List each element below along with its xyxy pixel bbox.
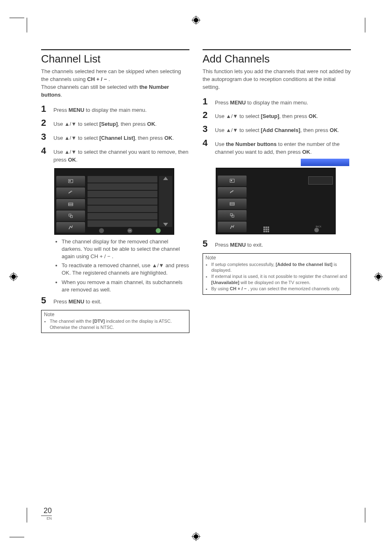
setup-tab-icon bbox=[218, 210, 247, 221]
registration-mark-icon bbox=[191, 16, 201, 26]
tv-screenshot-channel-list: OK bbox=[54, 168, 174, 235]
step-item: 1 Press MENU to display the main menu. bbox=[41, 104, 189, 114]
step-text: Use ▲/▼ to select [Setup], then press OK… bbox=[215, 113, 351, 120]
bullet-item: When you remove a main channel, its subc… bbox=[62, 279, 189, 294]
registration-mark-icon bbox=[9, 272, 18, 283]
intro-text: The channels selected here can be skippe… bbox=[41, 68, 189, 99]
step-item: 1 Press MENU to display the main menu. bbox=[203, 97, 351, 107]
channel-row bbox=[88, 213, 157, 220]
svg-rect-21 bbox=[69, 214, 71, 216]
note-box: Note If setup completes successfully, [A… bbox=[203, 253, 351, 295]
note-item: If external input is used, it is not pos… bbox=[211, 273, 347, 286]
bullet-list: The channel display for the removed chan… bbox=[54, 238, 189, 294]
step-item: 3 Use ▲/▼ to select [Add Channels], then… bbox=[203, 125, 351, 134]
section-heading: Channel List bbox=[41, 49, 189, 65]
back-label: BACK bbox=[316, 225, 321, 228]
crop-mark bbox=[365, 18, 365, 32]
back-hint-icon bbox=[314, 228, 319, 232]
step-text: Use ▲/▼ to select [Setup], then press OK… bbox=[53, 120, 189, 128]
features-tab-icon bbox=[218, 199, 247, 209]
features-tab-icon bbox=[56, 199, 85, 210]
setup-tab-icon bbox=[56, 210, 85, 221]
step-number: 5 bbox=[203, 239, 210, 248]
channel-input-box bbox=[308, 176, 333, 185]
crop-mark bbox=[27, 18, 27, 32]
add-channels-section: Add Channels This function lets you add … bbox=[203, 49, 351, 333]
note-item: By using CH + / − , you can select the m… bbox=[211, 286, 347, 292]
text-bold: CH + / − bbox=[87, 76, 107, 82]
step-item: 5 Press MENU to exit. bbox=[41, 296, 189, 306]
nav-hint-icon bbox=[99, 228, 104, 233]
channel-row bbox=[88, 176, 157, 183]
step-item: 4 Use ▲/▼ to select the channel you want… bbox=[41, 146, 189, 164]
screenshot-main bbox=[88, 176, 172, 227]
channel-row bbox=[88, 206, 157, 212]
sound-tab-icon bbox=[218, 187, 247, 198]
step-number: 2 bbox=[41, 118, 48, 127]
step-number: 4 bbox=[203, 139, 210, 148]
step-text: Use the Number buttons to enter the numb… bbox=[215, 141, 351, 156]
step-text: Press MENU to display the main menu. bbox=[215, 99, 351, 107]
step-number: 2 bbox=[203, 111, 210, 120]
note-item: If setup completes successfully, [Added … bbox=[211, 261, 347, 274]
svg-rect-22 bbox=[70, 215, 72, 217]
svg-rect-23 bbox=[230, 179, 235, 182]
step-list: 1 Press MENU to display the main menu. 2… bbox=[41, 104, 189, 164]
keypad-hint-icon bbox=[263, 227, 269, 232]
section-heading: Add Channels bbox=[203, 49, 351, 65]
sound-tab-icon bbox=[56, 187, 85, 198]
page-language: EN bbox=[41, 516, 52, 520]
screenshot-hints: OK bbox=[88, 228, 172, 234]
step-number: 3 bbox=[41, 132, 48, 141]
crop-mark bbox=[9, 18, 24, 18]
svg-rect-29 bbox=[232, 215, 234, 217]
text: . bbox=[107, 76, 110, 82]
crop-mark bbox=[9, 537, 24, 537]
note-list: The channel with the [DTV] indicated on … bbox=[42, 318, 189, 333]
arrow-down-icon bbox=[163, 223, 168, 226]
step-list: 5 Press MENU to exit. bbox=[203, 239, 351, 249]
svg-point-17 bbox=[69, 180, 71, 181]
channel-row bbox=[88, 220, 157, 227]
arrow-up-icon bbox=[163, 177, 168, 180]
back-hint-icon bbox=[156, 228, 161, 233]
screenshot-banner bbox=[301, 159, 349, 166]
step-number: 5 bbox=[41, 296, 48, 305]
step-number: 3 bbox=[203, 125, 210, 134]
note-list: If setup completes successfully, [Added … bbox=[203, 261, 350, 294]
svg-rect-16 bbox=[69, 179, 73, 183]
step-list: 5 Press MENU to exit. bbox=[41, 296, 189, 306]
note-box: Note The channel with the [DTV] indicate… bbox=[41, 310, 189, 333]
step-item: 4 Use the Number buttons to enter the nu… bbox=[203, 139, 351, 156]
text: . bbox=[61, 92, 62, 98]
channel-list-section: Channel List The channels selected here … bbox=[41, 49, 189, 333]
ok-hint-icon: OK bbox=[127, 228, 132, 233]
step-list: 1 Press MENU to display the main menu. 2… bbox=[203, 97, 351, 156]
text: Those channels can still be selected wit… bbox=[41, 84, 139, 90]
step-number: 1 bbox=[203, 97, 210, 106]
step-text: Use ▲/▼ to select [Add Channels], then p… bbox=[215, 127, 351, 134]
bullet-item: The channel display for the removed chan… bbox=[62, 238, 189, 261]
picture-tab-icon bbox=[56, 176, 85, 187]
step-item: 5 Press MENU to exit. bbox=[203, 239, 351, 249]
picture-tab-icon bbox=[218, 176, 247, 186]
registration-mark-icon bbox=[374, 272, 383, 283]
crop-mark bbox=[365, 508, 365, 523]
tv-screenshot-add-channels: BACK bbox=[216, 168, 336, 234]
registration-mark-icon bbox=[191, 532, 201, 543]
step-number: 1 bbox=[41, 104, 48, 113]
scrollbar bbox=[159, 176, 172, 227]
step-text: Use ▲/▼ to select the channel you want t… bbox=[53, 148, 189, 164]
step-item: 2 Use ▲/▼ to select [Setup], then press … bbox=[203, 111, 351, 120]
settings-tab-icon bbox=[56, 222, 85, 233]
page-number-value: 20 bbox=[41, 506, 52, 516]
settings-tab-icon bbox=[218, 222, 247, 232]
crop-mark bbox=[27, 508, 27, 523]
screenshot-sidebar bbox=[56, 176, 85, 233]
note-item: The channel with the [DTV] indicated on … bbox=[50, 318, 186, 331]
step-text: Press MENU to exit. bbox=[53, 298, 189, 306]
svg-rect-25 bbox=[230, 202, 235, 205]
step-item: 3 Use ▲/▼ to select [Channel List], then… bbox=[41, 132, 189, 142]
screenshot-sidebar bbox=[218, 176, 247, 232]
svg-point-24 bbox=[231, 180, 232, 181]
